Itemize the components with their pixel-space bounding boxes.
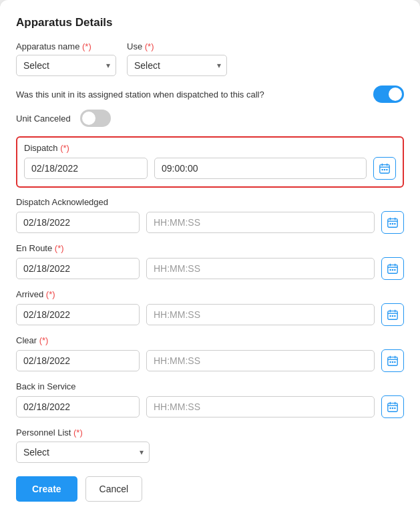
unit-cancelled-label: Unit Canceled xyxy=(16,114,71,124)
datetime-label-back_in_service: Back in Service xyxy=(16,381,404,391)
time-input-en_route[interactable] xyxy=(146,258,375,279)
svg-rect-6 xyxy=(386,169,387,170)
calendar-button-dispatch[interactable] xyxy=(373,157,396,180)
unit-cancelled-toggle[interactable] xyxy=(80,110,111,127)
calendar-icon xyxy=(387,401,399,413)
unit-cancelled-slider xyxy=(80,110,111,127)
date-input-back_in_service[interactable] xyxy=(16,396,140,417)
svg-rect-13 xyxy=(394,223,395,224)
assigned-station-toggle[interactable] xyxy=(373,86,404,103)
apparatus-name-select[interactable]: Select xyxy=(16,55,116,76)
assigned-station-question: Was this unit in its assigned station wh… xyxy=(16,90,373,100)
calendar-icon xyxy=(387,216,399,228)
svg-rect-32 xyxy=(390,361,391,363)
date-input-en_route[interactable] xyxy=(16,258,140,279)
svg-rect-12 xyxy=(392,223,393,224)
date-input-dispatch_acknowledged[interactable] xyxy=(16,212,140,233)
apparatus-use-row: Apparatus name (*) Select Use (*) Select xyxy=(16,41,404,76)
svg-rect-39 xyxy=(390,407,391,409)
svg-rect-41 xyxy=(394,407,395,409)
time-input-dispatch_acknowledged[interactable] xyxy=(146,212,375,233)
datetime-fields-container: Dispatch (*) Dispatch Acknowledged En Ro… xyxy=(16,136,404,418)
datetime-label-clear: Clear (*) xyxy=(16,335,404,345)
datetime-label-arrived: Arrived (*) xyxy=(16,289,404,299)
datetime-row-dispatch_acknowledged xyxy=(16,211,404,234)
datetime-section-dispatch: Dispatch (*) xyxy=(16,136,404,188)
datetime-section-clear: Clear (*) xyxy=(16,335,404,372)
calendar-icon xyxy=(387,355,399,367)
date-input-clear[interactable] xyxy=(16,350,140,371)
datetime-row-en_route xyxy=(16,257,404,280)
assigned-station-row: Was this unit in its assigned station wh… xyxy=(16,86,404,103)
svg-rect-34 xyxy=(394,361,395,363)
use-group: Use (*) Select xyxy=(127,41,227,76)
personnel-list-label: Personnel List (*) xyxy=(16,428,404,438)
personnel-list-select-wrapper[interactable]: Select xyxy=(16,442,150,463)
personnel-list-section: Personnel List (*) Select xyxy=(16,428,404,463)
datetime-label-dispatch: Dispatch (*) xyxy=(24,143,396,153)
calendar-button-dispatch_acknowledged[interactable] xyxy=(381,211,404,234)
svg-rect-18 xyxy=(390,269,391,271)
time-input-back_in_service[interactable] xyxy=(146,396,375,417)
time-input-arrived[interactable] xyxy=(146,304,375,325)
datetime-label-dispatch_acknowledged: Dispatch Acknowledged xyxy=(16,197,404,207)
cancel-button[interactable]: Cancel xyxy=(85,476,143,502)
calendar-button-back_in_service[interactable] xyxy=(381,395,404,418)
time-input-dispatch[interactable] xyxy=(154,158,367,179)
datetime-section-dispatch_acknowledged: Dispatch Acknowledged xyxy=(16,197,404,234)
svg-rect-11 xyxy=(390,223,391,224)
time-input-clear[interactable] xyxy=(146,350,375,371)
calendar-button-en_route[interactable] xyxy=(381,257,404,280)
calendar-button-clear[interactable] xyxy=(381,349,404,372)
datetime-section-back_in_service: Back in Service xyxy=(16,381,404,418)
apparatus-name-label: Apparatus name (*) xyxy=(16,41,116,51)
personnel-list-select[interactable]: Select xyxy=(16,442,150,463)
datetime-section-en_route: En Route (*) xyxy=(16,243,404,280)
svg-rect-5 xyxy=(384,169,385,170)
calendar-icon xyxy=(379,162,391,174)
svg-rect-26 xyxy=(392,315,393,317)
calendar-icon xyxy=(387,309,399,321)
create-button[interactable]: Create xyxy=(16,476,77,502)
unit-cancelled-row: Unit Canceled xyxy=(16,110,404,127)
svg-rect-40 xyxy=(392,407,393,409)
apparatus-name-select-wrapper[interactable]: Select xyxy=(16,55,116,76)
calendar-icon xyxy=(387,263,399,275)
calendar-button-arrived[interactable] xyxy=(381,303,404,326)
apparatus-name-group: Apparatus name (*) Select xyxy=(16,41,116,76)
date-input-dispatch[interactable] xyxy=(24,158,148,179)
svg-rect-20 xyxy=(394,269,395,271)
datetime-row-dispatch xyxy=(24,157,396,180)
modal-title: Apparatus Details xyxy=(16,16,404,29)
use-label: Use (*) xyxy=(127,41,227,51)
svg-rect-33 xyxy=(392,361,393,363)
apparatus-details-modal: Apparatus Details Apparatus name (*) Sel… xyxy=(0,0,420,513)
datetime-row-arrived xyxy=(16,303,404,326)
svg-rect-19 xyxy=(392,269,393,271)
datetime-label-en_route: En Route (*) xyxy=(16,243,404,253)
action-row: Create Cancel xyxy=(16,476,404,502)
datetime-row-clear xyxy=(16,349,404,372)
datetime-row-back_in_service xyxy=(16,395,404,418)
datetime-section-arrived: Arrived (*) xyxy=(16,289,404,326)
date-input-arrived[interactable] xyxy=(16,304,140,325)
svg-rect-25 xyxy=(390,315,391,317)
assigned-station-slider xyxy=(373,86,404,103)
use-select[interactable]: Select xyxy=(127,55,227,76)
svg-rect-4 xyxy=(382,169,383,170)
svg-rect-27 xyxy=(394,315,395,317)
use-select-wrapper[interactable]: Select xyxy=(127,55,227,76)
